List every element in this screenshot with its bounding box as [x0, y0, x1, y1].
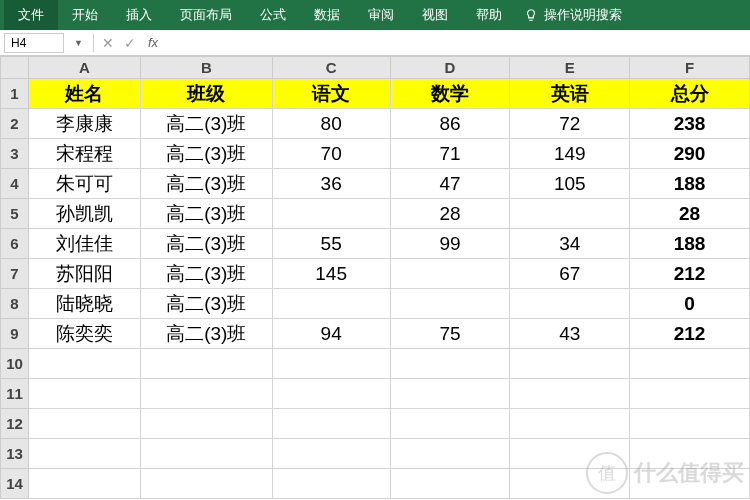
- tab-page-layout[interactable]: 页面布局: [166, 0, 246, 30]
- cell[interactable]: 高二(3)班: [140, 169, 272, 199]
- tab-formulas[interactable]: 公式: [246, 0, 300, 30]
- row-header[interactable]: 11: [1, 379, 29, 409]
- col-header-F[interactable]: F: [630, 57, 750, 79]
- cell[interactable]: 47: [390, 169, 510, 199]
- cell-B1[interactable]: 班级: [140, 79, 272, 109]
- cell[interactable]: 朱可可: [29, 169, 141, 199]
- cell[interactable]: 0: [630, 289, 750, 319]
- cell[interactable]: [510, 379, 630, 409]
- cell[interactable]: 145: [272, 259, 390, 289]
- tab-insert[interactable]: 插入: [112, 0, 166, 30]
- cell[interactable]: [630, 379, 750, 409]
- cell[interactable]: [272, 289, 390, 319]
- cell[interactable]: 94: [272, 319, 390, 349]
- cell[interactable]: 212: [630, 259, 750, 289]
- row-header[interactable]: 10: [1, 349, 29, 379]
- cell[interactable]: [29, 469, 141, 499]
- fx-icon[interactable]: fx: [140, 35, 166, 50]
- cell[interactable]: 290: [630, 139, 750, 169]
- cell[interactable]: 99: [390, 229, 510, 259]
- cell[interactable]: [390, 259, 510, 289]
- row-header[interactable]: 14: [1, 469, 29, 499]
- cell[interactable]: [390, 409, 510, 439]
- cell[interactable]: 刘佳佳: [29, 229, 141, 259]
- cell[interactable]: 238: [630, 109, 750, 139]
- col-header-E[interactable]: E: [510, 57, 630, 79]
- cell[interactable]: [390, 379, 510, 409]
- cell[interactable]: 43: [510, 319, 630, 349]
- cell[interactable]: 陆晓晓: [29, 289, 141, 319]
- cell[interactable]: 陈奕奕: [29, 319, 141, 349]
- row-header[interactable]: 6: [1, 229, 29, 259]
- cell[interactable]: 苏阳阳: [29, 259, 141, 289]
- cell[interactable]: [630, 469, 750, 499]
- row-header[interactable]: 13: [1, 439, 29, 469]
- cell[interactable]: 71: [390, 139, 510, 169]
- cell[interactable]: [510, 439, 630, 469]
- namebox-dropdown-icon[interactable]: ▼: [68, 38, 89, 48]
- cell[interactable]: 86: [390, 109, 510, 139]
- cell[interactable]: [140, 469, 272, 499]
- tell-me-search[interactable]: 操作说明搜索: [516, 6, 630, 24]
- row-header[interactable]: 9: [1, 319, 29, 349]
- cancel-formula-icon[interactable]: ✕: [102, 35, 114, 51]
- cell[interactable]: 高二(3)班: [140, 319, 272, 349]
- tab-view[interactable]: 视图: [408, 0, 462, 30]
- cell[interactable]: 55: [272, 229, 390, 259]
- cell[interactable]: [510, 469, 630, 499]
- cell[interactable]: 72: [510, 109, 630, 139]
- row-header[interactable]: 2: [1, 109, 29, 139]
- row-header[interactable]: 1: [1, 79, 29, 109]
- cell[interactable]: [272, 409, 390, 439]
- confirm-formula-icon[interactable]: ✓: [124, 35, 136, 51]
- name-box[interactable]: [4, 33, 64, 53]
- cell[interactable]: 28: [630, 199, 750, 229]
- row-header[interactable]: 3: [1, 139, 29, 169]
- cell[interactable]: 宋程程: [29, 139, 141, 169]
- cell-D1[interactable]: 数学: [390, 79, 510, 109]
- cell[interactable]: [510, 289, 630, 319]
- tab-data[interactable]: 数据: [300, 0, 354, 30]
- cell[interactable]: [390, 349, 510, 379]
- cell[interactable]: [272, 379, 390, 409]
- cell[interactable]: [140, 349, 272, 379]
- cell[interactable]: [510, 199, 630, 229]
- cell[interactable]: [510, 349, 630, 379]
- cell[interactable]: 188: [630, 169, 750, 199]
- cell[interactable]: 李康康: [29, 109, 141, 139]
- tab-review[interactable]: 审阅: [354, 0, 408, 30]
- cell-E1[interactable]: 英语: [510, 79, 630, 109]
- cell[interactable]: [630, 409, 750, 439]
- cell[interactable]: [390, 469, 510, 499]
- cell[interactable]: [140, 409, 272, 439]
- cell-C1[interactable]: 语文: [272, 79, 390, 109]
- cell[interactable]: [272, 439, 390, 469]
- cell[interactable]: 高二(3)班: [140, 289, 272, 319]
- cell[interactable]: [272, 349, 390, 379]
- cell[interactable]: [272, 469, 390, 499]
- cell[interactable]: 75: [390, 319, 510, 349]
- row-header[interactable]: 7: [1, 259, 29, 289]
- select-all-corner[interactable]: [1, 57, 29, 79]
- cell[interactable]: [390, 439, 510, 469]
- formula-input[interactable]: [166, 30, 750, 55]
- cell[interactable]: [630, 349, 750, 379]
- row-header[interactable]: 12: [1, 409, 29, 439]
- cell[interactable]: 孙凯凯: [29, 199, 141, 229]
- cell[interactable]: 188: [630, 229, 750, 259]
- cell[interactable]: 高二(3)班: [140, 139, 272, 169]
- cell[interactable]: 28: [390, 199, 510, 229]
- cell[interactable]: [272, 199, 390, 229]
- cell[interactable]: 149: [510, 139, 630, 169]
- cell[interactable]: 高二(3)班: [140, 199, 272, 229]
- cell[interactable]: [630, 439, 750, 469]
- col-header-B[interactable]: B: [140, 57, 272, 79]
- cell[interactable]: 高二(3)班: [140, 229, 272, 259]
- col-header-D[interactable]: D: [390, 57, 510, 79]
- cell[interactable]: 105: [510, 169, 630, 199]
- cell[interactable]: [29, 439, 141, 469]
- row-header[interactable]: 8: [1, 289, 29, 319]
- col-header-C[interactable]: C: [272, 57, 390, 79]
- cell[interactable]: 高二(3)班: [140, 259, 272, 289]
- cell[interactable]: [390, 289, 510, 319]
